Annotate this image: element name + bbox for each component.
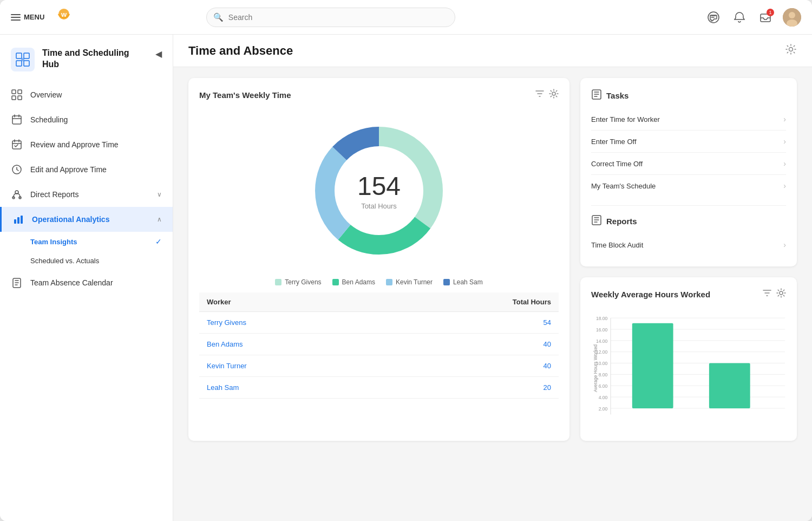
card-settings-icon[interactable] bbox=[549, 89, 559, 101]
filter-icon[interactable] bbox=[535, 89, 545, 101]
legend-kevin: Kevin Turner bbox=[386, 278, 433, 286]
sidebar-item-scheduling[interactable]: Scheduling bbox=[0, 107, 173, 132]
worker-link[interactable]: Leah Sam bbox=[207, 383, 239, 392]
chat-icon[interactable] bbox=[705, 9, 722, 26]
page-title: Time and Absence bbox=[188, 44, 293, 58]
report-item[interactable]: Time Block Audit› bbox=[591, 234, 786, 256]
sidebar-item-scheduled-actuals[interactable]: Scheduled vs. Actuals bbox=[0, 251, 173, 270]
svg-rect-16 bbox=[12, 116, 21, 124]
search-icon: 🔍 bbox=[213, 12, 224, 22]
sidebar-item-operational-analytics[interactable]: Operational Analytics ∧ bbox=[0, 207, 173, 232]
card-icon-group bbox=[535, 89, 559, 101]
avg-filter-icon[interactable] bbox=[762, 288, 772, 300]
svg-text:14.00: 14.00 bbox=[596, 338, 608, 344]
svg-rect-9 bbox=[16, 61, 22, 66]
settings-icon[interactable] bbox=[785, 43, 797, 58]
sidebar-item-review-approve[interactable]: Review and Approve Time bbox=[0, 132, 173, 157]
worker-link[interactable]: Terry Givens bbox=[207, 318, 246, 327]
weekly-avg-header: Weekly Average Hours Worked bbox=[591, 288, 786, 300]
inbox-icon[interactable]: 1 bbox=[757, 9, 774, 26]
reports-list: Time Block Audit› bbox=[591, 234, 786, 256]
svg-point-26 bbox=[789, 48, 793, 51]
bar-chart-area: 18.00 16.00 14.00 12.00 10.00 8.00 6.00 … bbox=[591, 309, 786, 430]
svg-rect-54 bbox=[709, 363, 750, 408]
task-item[interactable]: Correct Time Off› bbox=[591, 153, 786, 175]
avg-settings-icon[interactable] bbox=[776, 288, 786, 300]
bell-icon[interactable] bbox=[731, 9, 748, 26]
sidebar-item-team-insights[interactable]: Team Insights ✓ bbox=[0, 232, 173, 251]
hours-cell: 40 bbox=[381, 355, 559, 377]
weekly-time-card-header: My Team's Weekly Time bbox=[199, 89, 559, 101]
svg-rect-17 bbox=[12, 141, 21, 149]
svg-rect-15 bbox=[18, 96, 22, 100]
weekly-time-card: My Team's Weekly Time bbox=[188, 78, 569, 441]
svg-rect-23 bbox=[17, 217, 19, 224]
svg-point-11 bbox=[21, 58, 24, 61]
operational-analytics-chevron: ∧ bbox=[157, 216, 162, 223]
svg-point-27 bbox=[552, 92, 555, 95]
chart-legend: Terry Givens Ben Adams Kevin Turner bbox=[199, 278, 559, 286]
topbar: MENU w 🔍 1 bbox=[0, 0, 812, 35]
sidebar-title: Time and Scheduling Hub bbox=[42, 48, 148, 70]
col-worker: Worker bbox=[199, 292, 381, 312]
hours-cell: 40 bbox=[381, 334, 559, 355]
table-row: Terry Givens54 bbox=[199, 312, 559, 334]
reports-header: Reports bbox=[591, 214, 786, 227]
worker-link[interactable]: Ben Adams bbox=[207, 340, 243, 348]
content-header: Time and Absence bbox=[173, 35, 812, 67]
search-input[interactable] bbox=[206, 8, 455, 27]
overview-icon bbox=[11, 89, 23, 101]
scheduling-icon bbox=[11, 114, 23, 126]
content-body: My Team's Weekly Time bbox=[173, 67, 812, 452]
task-label: Enter Time for Worker bbox=[591, 115, 660, 123]
sidebar-item-team-absence[interactable]: Team Absence Calendar bbox=[0, 270, 173, 295]
workday-logo: w bbox=[53, 6, 75, 28]
bar-chart-svg: 18.00 16.00 14.00 12.00 10.00 8.00 6.00 … bbox=[591, 309, 786, 428]
team-absence-label: Team Absence Calendar bbox=[30, 278, 162, 287]
report-chevron-icon: › bbox=[783, 240, 786, 249]
hours-cell: 20 bbox=[381, 377, 559, 399]
user-avatar[interactable] bbox=[783, 8, 801, 27]
direct-reports-label: Direct Reports bbox=[30, 190, 149, 199]
direct-reports-chevron: ∨ bbox=[157, 191, 162, 198]
tasks-list: Enter Time for Worker›Enter Time Off›Cor… bbox=[591, 108, 786, 197]
task-item[interactable]: Enter Time for Worker› bbox=[591, 108, 786, 131]
task-item[interactable]: My Team's Schedule› bbox=[591, 175, 786, 197]
worker-link[interactable]: Kevin Turner bbox=[207, 362, 247, 370]
donut-chart-wrap: 154 Total Hours bbox=[199, 109, 559, 272]
tasks-header: Tasks bbox=[591, 89, 786, 102]
hamburger-icon bbox=[11, 14, 21, 21]
weekly-avg-title: Weekly Average Hours Worked bbox=[591, 290, 710, 299]
sidebar-item-overview[interactable]: Overview bbox=[0, 82, 173, 107]
svg-rect-10 bbox=[24, 61, 29, 66]
task-item[interactable]: Enter Time Off› bbox=[591, 131, 786, 153]
scheduled-actuals-label: Scheduled vs. Actuals bbox=[30, 257, 99, 265]
donut-chart: 154 Total Hours bbox=[303, 115, 455, 266]
legend-leah: Leah Sam bbox=[443, 278, 483, 286]
svg-text:2.00: 2.00 bbox=[599, 406, 608, 412]
donut-label: 154 Total Hours bbox=[357, 171, 401, 210]
sidebar-collapse-button[interactable]: ◀ bbox=[155, 49, 162, 59]
table-row: Ben Adams40 bbox=[199, 334, 559, 355]
legend-dot-terry bbox=[275, 279, 281, 285]
hours-table: Worker Total Hours Terry Givens54Ben Ada… bbox=[199, 292, 559, 399]
table-row: Kevin Turner40 bbox=[199, 355, 559, 377]
tasks-icon bbox=[591, 89, 602, 102]
legend-label-kevin: Kevin Turner bbox=[396, 278, 433, 286]
weekly-avg-icons bbox=[762, 288, 786, 300]
reports-icon bbox=[591, 214, 602, 227]
legend-label-leah: Leah Sam bbox=[453, 278, 483, 286]
svg-text:4.00: 4.00 bbox=[599, 395, 608, 400]
sidebar-item-edit-approve[interactable]: Edit and Approve Time bbox=[0, 157, 173, 182]
report-label: Time Block Audit bbox=[591, 241, 643, 249]
menu-label: MENU bbox=[24, 13, 44, 21]
legend-dot-ben bbox=[332, 279, 339, 285]
svg-rect-24 bbox=[21, 216, 23, 224]
table-row: Leah Sam20 bbox=[199, 377, 559, 399]
search-bar: 🔍 bbox=[206, 8, 455, 27]
svg-point-34 bbox=[780, 291, 783, 295]
operational-analytics-icon bbox=[12, 213, 24, 225]
menu-button[interactable]: MENU bbox=[11, 13, 44, 21]
sidebar-item-direct-reports[interactable]: Direct Reports ∨ bbox=[0, 182, 173, 207]
reports-section: Reports Time Block Audit› bbox=[591, 205, 786, 256]
